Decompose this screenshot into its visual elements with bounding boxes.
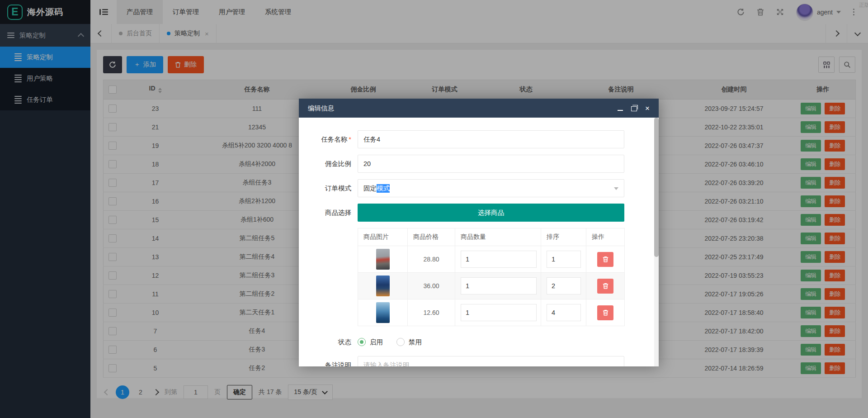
order-mode-value: 固定 (363, 184, 377, 193)
product-action-cell (586, 273, 625, 299)
product-row: 12.60 (358, 299, 625, 326)
product-column-header: 操作 (586, 228, 625, 246)
product-image-cell (358, 246, 408, 273)
task-name-label: 任务名称* (311, 135, 358, 144)
product-image-cell (358, 273, 408, 299)
remove-product-button[interactable] (597, 279, 613, 294)
order-mode-selected-text: 模式 (377, 184, 390, 193)
form-row-status: 状态 启用禁用 (311, 335, 659, 349)
maximize-icon[interactable] (631, 104, 637, 112)
product-action-cell (586, 246, 625, 273)
status-radio-启用[interactable]: 启用 (358, 338, 383, 347)
dialog-scrollbar-thumb[interactable] (654, 118, 659, 257)
product-image (376, 302, 390, 323)
qty-input[interactable] (461, 277, 537, 294)
dialog-body: 任务名称* 佣金比例 订单模式 固定模式 商品选择 选择商品 (299, 118, 659, 366)
product-price-cell: 12.60 (408, 299, 455, 326)
form-row-product-table: 商品图片商品价格商品数量排序操作 28.8036.0012.60 (311, 228, 659, 326)
status-label: 状态 (311, 338, 358, 347)
product-select-label: 商品选择 (311, 209, 358, 217)
product-sort-cell (541, 273, 586, 299)
dialog-controls: × (618, 104, 650, 112)
radio-label: 禁用 (409, 338, 422, 347)
product-image-cell (358, 299, 408, 326)
product-column-header: 排序 (541, 228, 586, 246)
product-qty-cell (455, 246, 541, 273)
remove-product-button[interactable] (597, 305, 613, 320)
trash-icon (603, 283, 609, 289)
product-table: 商品图片商品价格商品数量排序操作 28.8036.0012.60 (358, 228, 625, 326)
product-column-header: 商品数量 (455, 228, 541, 246)
form-row-product-choose: 商品选择 选择商品 (311, 204, 659, 222)
minimize-icon[interactable] (618, 104, 623, 112)
close-icon[interactable]: × (645, 104, 650, 112)
product-row: 36.00 (358, 273, 625, 299)
order-mode-label: 订单模式 (311, 184, 358, 193)
status-radio-group: 启用禁用 (358, 335, 624, 349)
order-mode-select[interactable]: 固定模式 (358, 179, 624, 197)
sort-input[interactable] (547, 251, 581, 268)
task-name-input[interactable] (358, 130, 624, 148)
product-column-header: 商品价格 (408, 228, 455, 246)
dialog-titlebar[interactable]: 编辑信息 × (299, 99, 659, 118)
qty-input[interactable] (461, 251, 537, 268)
trash-icon (603, 309, 609, 316)
product-qty-cell (455, 299, 541, 326)
remove-product-button[interactable] (597, 252, 613, 267)
product-image (376, 249, 390, 270)
remark-label: 备注说明 (311, 361, 358, 367)
status-radio-禁用[interactable]: 禁用 (396, 338, 422, 347)
radio-icon (396, 338, 405, 346)
select-caret-icon (614, 187, 618, 192)
trash-icon (603, 256, 609, 262)
product-qty-cell (455, 273, 541, 299)
dialog-title: 编辑信息 (308, 104, 334, 113)
sort-input[interactable] (547, 304, 581, 321)
radio-label: 启用 (370, 338, 383, 347)
form-row-commission: 佣金比例 (311, 155, 659, 173)
product-action-cell (586, 299, 625, 326)
product-row: 28.80 (358, 246, 625, 273)
remark-input[interactable] (358, 356, 624, 366)
edit-dialog: 编辑信息 × 任务名称* 佣金比例 订单模式 固定模式 (299, 99, 659, 366)
radio-icon (358, 338, 366, 346)
sort-input[interactable] (547, 277, 581, 294)
product-sort-cell (541, 246, 586, 273)
commission-input[interactable] (358, 155, 624, 173)
product-price-cell: 36.00 (408, 273, 455, 299)
product-column-header: 商品图片 (358, 228, 408, 246)
product-sort-cell (541, 299, 586, 326)
form-row-task-name: 任务名称* (311, 130, 659, 148)
required-mark: * (349, 136, 351, 143)
form-row-remark: 备注说明 (311, 356, 659, 366)
product-price-cell: 28.80 (408, 246, 455, 273)
qty-input[interactable] (461, 304, 537, 321)
commission-label: 佣金比例 (311, 160, 358, 168)
admin-app: E 海外源码 策略定制 策略定制用户策略任务订单 产品管理订单管理用户管理系统管… (0, 0, 868, 418)
product-image (376, 276, 390, 296)
form-row-order-mode: 订单模式 固定模式 (311, 179, 659, 197)
choose-product-button[interactable]: 选择商品 (358, 204, 624, 222)
